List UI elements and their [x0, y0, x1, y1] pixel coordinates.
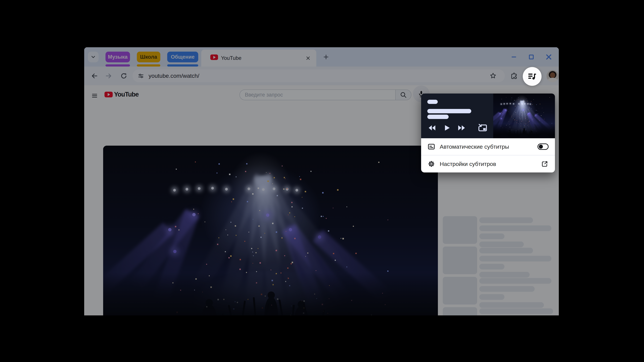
play-icon — [442, 123, 451, 132]
picture-in-picture-button[interactable] — [478, 122, 488, 133]
rewind-icon — [427, 123, 437, 133]
next-track-button[interactable] — [457, 122, 466, 133]
dim-overlay — [84, 47, 559, 316]
picture-in-picture-icon — [478, 123, 488, 133]
media-playback-controls — [427, 122, 488, 134]
play-button[interactable] — [442, 122, 451, 133]
captions-toggle[interactable] — [538, 143, 548, 150]
media-session-card — [421, 93, 555, 138]
media-source-skeleton — [427, 100, 438, 104]
media-title-skeleton — [427, 109, 471, 113]
concert-thumbnail-image — [493, 93, 555, 138]
media-controls-popup: Автоматические субтитры — [421, 93, 555, 172]
open-in-new-icon[interactable] — [541, 160, 548, 168]
media-thumbnail — [493, 93, 555, 138]
captions-icon — [427, 143, 435, 151]
caption-settings-label: Настройки субтитров — [440, 161, 496, 167]
fast-forward-icon — [457, 123, 466, 133]
browser-window: Музыка Школа Общение YouTube — [84, 47, 559, 316]
media-artist-skeleton — [427, 115, 448, 119]
caption-settings-row[interactable]: Настройки субтитров — [421, 155, 555, 172]
captions-label: Автоматические субтитры — [440, 143, 509, 150]
gear-icon — [427, 160, 435, 168]
live-captions-row[interactable]: Автоматические субтитры — [421, 138, 555, 155]
media-playlist-note-icon — [527, 71, 537, 81]
media-controls-button[interactable] — [523, 67, 542, 86]
previous-track-button[interactable] — [427, 122, 437, 133]
